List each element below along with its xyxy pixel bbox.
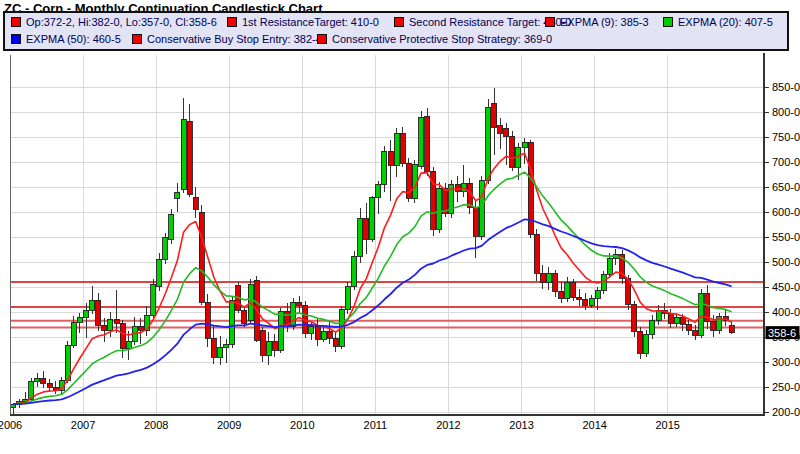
y-tick-label: 200-0	[772, 406, 800, 418]
candle-body	[278, 311, 283, 350]
candle-body	[187, 121, 192, 194]
candle-body	[686, 324, 691, 330]
candle-body	[35, 378, 40, 381]
candle-body	[321, 331, 326, 339]
candle-body	[589, 298, 594, 305]
candle-body	[522, 142, 527, 147]
candle-body	[370, 197, 375, 239]
candle-body	[559, 291, 564, 298]
candle-body	[534, 234, 539, 273]
candle-body	[388, 151, 393, 165]
chart-window: ZC - Corn - Monthly Continuation Candles…	[0, 0, 800, 454]
x-tick-label: 2010	[290, 419, 314, 431]
candle-body	[595, 290, 600, 298]
candle-body	[571, 282, 576, 297]
candle-body	[473, 207, 478, 236]
candle-body	[65, 345, 70, 380]
y-tick-label: 600-0	[772, 206, 800, 218]
candle-body	[96, 300, 101, 325]
candle-body	[266, 341, 271, 355]
candle-body	[205, 302, 210, 338]
candle-body	[644, 334, 649, 353]
y-tick-label: 550-0	[772, 231, 800, 243]
candle-body	[120, 323, 125, 348]
candle-body	[211, 338, 216, 357]
candle-body	[577, 297, 582, 299]
x-tick-label: 2015	[655, 419, 679, 431]
y-tick-label: 300-0	[772, 356, 800, 368]
x-tick-label: 2006	[0, 419, 22, 431]
candle-body	[699, 293, 704, 335]
x-tick-label: 2008	[144, 419, 168, 431]
candle-body	[84, 310, 89, 317]
candle-body	[47, 383, 52, 387]
candle-body	[364, 218, 369, 239]
x-tick-label: 2007	[71, 419, 95, 431]
y-tick-label: 400-0	[772, 306, 800, 318]
y-tick-label: 700-0	[772, 156, 800, 168]
candle-body	[163, 237, 168, 259]
y-tick-label: 250-0	[772, 381, 800, 393]
candle-body	[230, 300, 235, 344]
candlestick-chart[interactable]: 200-0250-0300-0350-0400-0450-0500-0550-0…	[0, 0, 800, 454]
candle-body	[546, 273, 551, 282]
candle-body	[333, 338, 338, 346]
candle-body	[114, 319, 119, 323]
candle-body	[419, 117, 424, 166]
candle-body	[376, 184, 381, 197]
x-tick-label: 2013	[509, 419, 533, 431]
candle-body	[345, 286, 350, 309]
candle-body	[242, 310, 247, 323]
candle-body	[327, 331, 332, 338]
x-tick-label: 2009	[217, 419, 241, 431]
candle-body	[358, 218, 363, 256]
last-price-label: 358-6	[768, 327, 796, 339]
candle-body	[492, 103, 497, 127]
candle-body	[102, 325, 107, 330]
candle-body	[352, 256, 357, 286]
x-tick-label: 2012	[436, 419, 460, 431]
candle-body	[193, 197, 198, 209]
candle-body	[425, 116, 430, 171]
candle-body	[90, 300, 95, 310]
candle-body	[77, 317, 82, 322]
candle-body	[583, 299, 588, 305]
candle-body	[443, 188, 448, 213]
candle-body	[540, 273, 545, 282]
candle-body	[693, 330, 698, 335]
candle-body	[138, 326, 143, 330]
candle-body	[400, 133, 405, 163]
candle-body	[272, 341, 277, 350]
candle-body	[553, 273, 558, 291]
y-tick-label: 650-0	[772, 181, 800, 193]
candle-body	[711, 321, 716, 330]
candle-body	[315, 326, 320, 339]
candle-body	[674, 317, 679, 323]
y-tick-label: 450-0	[772, 281, 800, 293]
candle-body	[632, 304, 637, 331]
candle-body	[71, 322, 76, 345]
candle-body	[437, 188, 442, 229]
candle-body	[680, 317, 685, 324]
candle-body	[108, 319, 113, 330]
candle-body	[224, 344, 229, 347]
candle-body	[394, 133, 399, 165]
candle-body	[486, 107, 491, 180]
candle-body	[565, 282, 570, 298]
y-tick-label: 800-0	[772, 106, 800, 118]
candle-body	[169, 214, 174, 239]
candle-body	[151, 284, 156, 315]
candle-body	[504, 128, 509, 136]
candle-body	[729, 326, 734, 333]
candle-body	[638, 331, 643, 353]
y-tick-label: 500-0	[772, 256, 800, 268]
candle-body	[717, 316, 722, 330]
candle-body	[157, 259, 162, 286]
candle-body	[297, 302, 302, 305]
candle-body	[175, 192, 180, 198]
y-tick-label: 750-0	[772, 131, 800, 143]
candle-body	[260, 330, 265, 355]
ema-9-line	[13, 153, 732, 404]
candle-body	[607, 258, 612, 274]
candle-body	[479, 180, 484, 236]
